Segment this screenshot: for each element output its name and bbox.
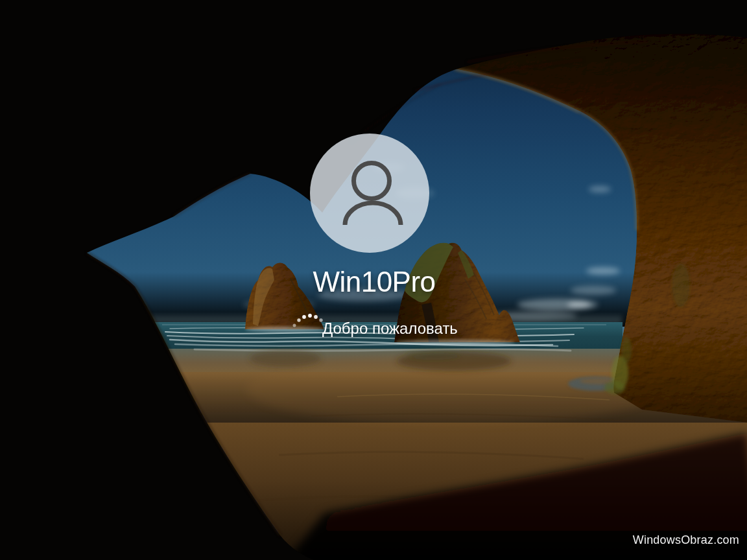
user-avatar	[310, 134, 429, 253]
loading-spinner-icon	[291, 312, 324, 332]
welcome-screen[interactable]: Win10Pro Добро пожаловать WindowsObraz.c…	[0, 0, 747, 560]
username: Win10Pro	[313, 268, 435, 296]
watermark-text: WindowsObraz.com	[633, 533, 739, 547]
user-silhouette-icon	[310, 134, 429, 253]
welcome-text: Добро пожаловать	[322, 320, 458, 337]
